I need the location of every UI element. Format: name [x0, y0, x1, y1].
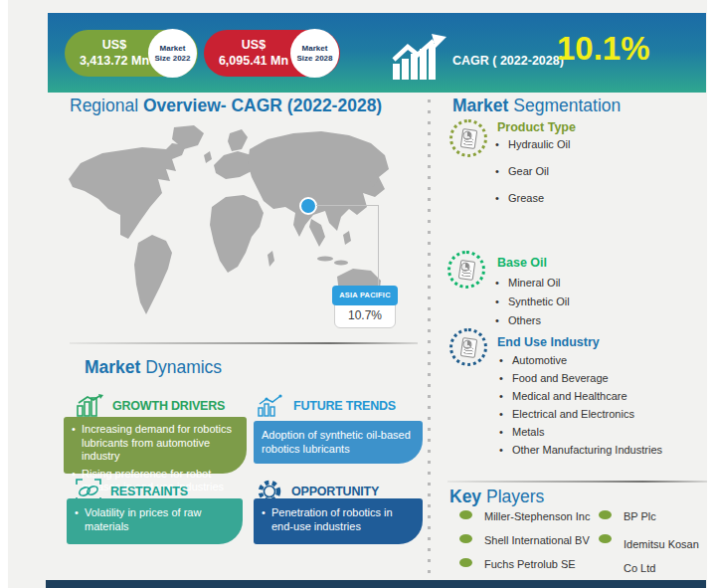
- market-size-2028-badge: US$ 6,095.41 Mn Market Size 2028: [204, 30, 340, 77]
- bullet-icon: [599, 510, 612, 519]
- opportunity-box: Penetration of robotics in end-use indus…: [254, 498, 423, 544]
- list-item: Medical and Healthcare: [499, 390, 662, 408]
- list-item: Hydraulic Oil: [495, 138, 570, 165]
- key-player-row: Fuchs Petrolub SE: [459, 556, 590, 580]
- list-item: Penetration of robotics in end-use indus…: [262, 506, 415, 533]
- title-part-bold: Key: [449, 487, 486, 506]
- title-part-bold: Overview- CAGR (2022-2028): [143, 96, 382, 115]
- asia-pacific-callout-region: ASIA PACIFIC: [332, 286, 398, 305]
- opportunity-list: Penetration of robotics in end-use indus…: [262, 506, 415, 533]
- title-part-normal: Dynamics: [145, 357, 222, 377]
- list-item: Gear Oil: [495, 165, 570, 192]
- map-north-america: [69, 143, 186, 239]
- callout-connector-vertical: [378, 205, 379, 289]
- base-oil-list: Mineral Oil Synthetic Oil Others: [495, 277, 570, 333]
- key-player-name: Shell International BV: [484, 532, 590, 547]
- product-type-list: Hydraulic Oil Gear Oil Grease: [495, 138, 570, 219]
- market-dynamics-title: Market Dynamics: [85, 357, 222, 378]
- list-item: Automotive: [499, 354, 662, 372]
- bottom-accent-bar: [46, 580, 706, 588]
- market-size-2022-circle: Market Size 2022: [148, 29, 197, 78]
- market-segmentation-title: Market Segmentation: [452, 96, 621, 116]
- list-item: Volatility in prices of raw materials: [75, 506, 235, 533]
- title-part-normal: Regional: [70, 96, 143, 115]
- future-trends-label: FUTURE TRENDS: [293, 399, 396, 413]
- regional-overview-title: Regional Overview- CAGR (2022-2028): [70, 96, 382, 116]
- growth-drivers-box: Increasing demand for robotics lubricant…: [64, 417, 247, 474]
- title-part-normal: Segmentation: [513, 96, 621, 115]
- base-oil-heading: Base Oil: [497, 256, 547, 270]
- list-item: Food and Beverage: [499, 372, 662, 390]
- map-indonesia-2: [334, 261, 348, 266]
- bullet-icon: [459, 534, 472, 543]
- right-page-margin: [707, 0, 714, 588]
- market-size-2022-badge: US$ 3,413.72 Mn Market Size 2022: [65, 30, 198, 77]
- end-use-industry-list: Automotive Food and Beverage Medical and…: [499, 354, 662, 462]
- cagr-value: 10.1%: [557, 30, 650, 68]
- amount-label: 3,413.72 Mn: [73, 53, 156, 69]
- callout-connector-horizontal: [316, 205, 378, 206]
- list-item: Mineral Oil: [495, 277, 570, 295]
- key-player-row: Shell International BV: [459, 532, 590, 556]
- amount-label: 6,095.41 Mn: [212, 53, 295, 69]
- currency-label: US$: [73, 37, 156, 53]
- map-madagascar: [268, 251, 274, 267]
- growth-drivers-icon: [76, 394, 103, 417]
- future-trends-icon: [257, 394, 284, 417]
- map-south-america: [134, 235, 172, 314]
- title-part-normal: Players: [486, 487, 544, 506]
- market-size-2022-value: US$ 3,413.72 Mn: [73, 37, 156, 69]
- future-trends-box: Adoption of synthetic oil-based robotics…: [254, 421, 423, 464]
- cagr-label: CAGR ( 2022-2028): [452, 54, 564, 68]
- key-player-name: Fuchs Petrolub SE: [484, 556, 576, 571]
- document-pie-icon: [459, 128, 476, 149]
- list-item: Others: [495, 314, 570, 333]
- restraints-label: RESTRAINTS: [110, 485, 188, 498]
- asia-pacific-callout-value: 10.7%: [335, 308, 395, 322]
- title-part-bold: Market: [452, 96, 513, 115]
- market-size-2028-value: US$ 6,095.41 Mn: [212, 37, 295, 69]
- bullet-icon: [599, 534, 612, 543]
- bullet-icon: [459, 510, 472, 519]
- key-player-row: BP Plc: [599, 508, 701, 532]
- market-infographic: US$ 3,413.72 Mn Market Size 2022 US$ 6,0…: [0, 0, 714, 588]
- cagr-chart-icon: [391, 34, 448, 80]
- header-banner: US$ 3,413.72 Mn Market Size 2022 US$ 6,0…: [48, 13, 706, 93]
- growth-drivers-label: GROWTH DRIVERS: [112, 399, 225, 413]
- future-trends-text: Adoption of synthetic oil-based robotics…: [262, 429, 415, 456]
- key-player-row: Idemitsu Kosan Co Ltd: [599, 532, 701, 580]
- column-dotted-divider: [428, 99, 431, 575]
- base-oil-icon: [447, 251, 485, 289]
- product-type-icon: [449, 119, 487, 157]
- map-asia: [248, 131, 389, 237]
- growth-drivers-heading: GROWTH DRIVERS: [76, 394, 225, 417]
- document-pie-icon: [457, 260, 474, 281]
- document-pie-icon: [459, 337, 476, 358]
- list-item: Grease: [495, 192, 570, 219]
- market-size-2028-circle: Market Size 2028: [290, 29, 339, 78]
- list-item: Metals: [499, 426, 662, 444]
- map-uk: [204, 151, 212, 163]
- bullet-icon: [459, 558, 472, 567]
- end-use-industry-icon: [449, 328, 487, 366]
- map-philippines: [343, 231, 351, 245]
- future-trends-heading: FUTURE TRENDS: [257, 394, 396, 417]
- list-item: Synthetic Oil: [495, 295, 570, 314]
- key-player-name: Idemitsu Kosan Co Ltd: [624, 532, 701, 580]
- list-item: Electrical and Electronics: [499, 408, 662, 426]
- map-scandinavia: [228, 129, 248, 151]
- asia-pacific-callout: ASIA PACIFIC 10.7%: [334, 287, 396, 328]
- left-section-divider: [70, 342, 418, 344]
- market-size-2028-circle-label: Market Size 2028: [296, 44, 334, 63]
- product-type-heading: Product Type: [497, 120, 576, 134]
- key-player-name: BP Plc: [624, 508, 656, 523]
- asia-pacific-marker-icon: [300, 198, 316, 214]
- restraints-list: Volatility in prices of raw materials: [75, 506, 235, 533]
- map-indochina: [309, 219, 325, 247]
- key-players-title: Key Players: [449, 487, 544, 507]
- key-player-name: Miller-Stephenson Inc: [484, 508, 590, 523]
- map-africa: [210, 195, 264, 273]
- list-item: Other Manufacturing Industries: [499, 444, 662, 462]
- key-players-divider: [447, 481, 708, 483]
- title-part-bold: Market: [85, 357, 145, 377]
